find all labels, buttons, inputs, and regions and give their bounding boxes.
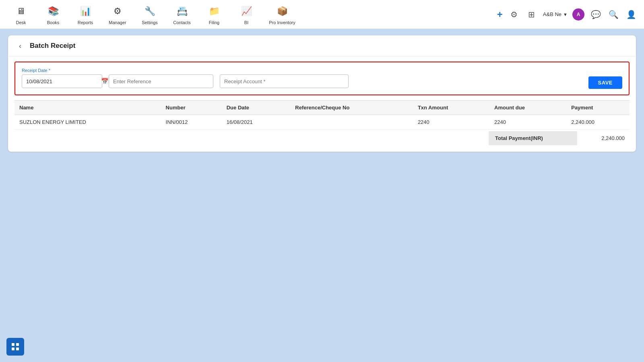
table-area: Name Number Due Date Reference/Cheque No… bbox=[8, 100, 636, 152]
total-value: 2,240.000 bbox=[577, 131, 630, 145]
receipt-account-input[interactable] bbox=[220, 74, 349, 88]
search-icon[interactable]: 🔍 bbox=[607, 8, 620, 21]
svg-rect-0 bbox=[12, 343, 14, 346]
svg-rect-1 bbox=[16, 343, 19, 346]
avatar[interactable]: A bbox=[572, 8, 584, 21]
col-ref-cheque: Reference/Cheque No bbox=[290, 101, 413, 115]
svg-rect-2 bbox=[12, 348, 14, 350]
user-profile-icon[interactable]: 👤 bbox=[625, 8, 638, 21]
nav-manager-label: Manager bbox=[109, 20, 126, 25]
nav-contacts-label: Contacts bbox=[173, 20, 190, 25]
nav-contacts[interactable]: 📇 Contacts bbox=[167, 2, 196, 27]
nav-reports[interactable]: 📊 Reports bbox=[71, 2, 100, 27]
nav-pro-inventory[interactable]: 📦 Pro Inventory bbox=[264, 2, 300, 27]
company-name: A&B Ne bbox=[543, 11, 561, 17]
books-icon: 📚 bbox=[46, 4, 60, 19]
nav-bi[interactable]: 📈 BI bbox=[232, 2, 261, 27]
company-selector[interactable]: A&B Ne ▼ bbox=[543, 11, 568, 17]
notification-icon[interactable]: 💬 bbox=[589, 8, 602, 21]
account-label: ‎ bbox=[220, 68, 349, 73]
save-button[interactable]: SAVE bbox=[588, 76, 622, 89]
nav-books[interactable]: 📚 Books bbox=[39, 2, 68, 27]
svg-rect-3 bbox=[16, 348, 19, 350]
nav-reports-label: Reports bbox=[78, 20, 93, 25]
batch-receipt-card: ‹ Batch Receipt Receipt Date * 📅 ‎ bbox=[8, 35, 636, 152]
nav-filing[interactable]: 📁 Filing bbox=[200, 2, 229, 27]
add-icon[interactable]: + bbox=[497, 9, 503, 20]
grid-apps-icon[interactable]: ⊞ bbox=[525, 8, 538, 21]
bi-icon: 📈 bbox=[239, 4, 254, 19]
manager-icon: ⚙ bbox=[110, 4, 125, 19]
pro-inventory-icon: 📦 bbox=[275, 4, 289, 19]
cell-txn-amount: 2240 bbox=[413, 115, 489, 130]
receipt-date-group: Receipt Date * 📅 bbox=[22, 68, 102, 88]
contacts-icon: 📇 bbox=[175, 4, 189, 19]
desk-icon: 🖥 bbox=[14, 4, 28, 19]
company-dropdown-icon: ▼ bbox=[563, 12, 568, 17]
back-button[interactable]: ‹ bbox=[14, 40, 26, 51]
top-nav: 🖥 Desk 📚 Books 📊 Reports ⚙ Manager 🔧 Set… bbox=[0, 0, 644, 29]
total-label: Total Payment(INR) bbox=[489, 131, 577, 145]
nav-manager[interactable]: ⚙ Manager bbox=[103, 2, 132, 27]
col-txn-amount: Txn Amount bbox=[413, 101, 489, 115]
nav-desk[interactable]: 🖥 Desk bbox=[6, 2, 35, 27]
table-header-row: Name Number Due Date Reference/Cheque No… bbox=[14, 101, 630, 115]
page-title: Batch Receipt bbox=[30, 42, 75, 50]
page-header: ‹ Batch Receipt bbox=[8, 35, 636, 57]
nav-settings[interactable]: 🔧 Settings bbox=[135, 2, 164, 27]
cell-number: INN/0012 bbox=[161, 115, 222, 130]
receipt-date-label: Receipt Date * bbox=[22, 68, 102, 73]
cell-amount-due: 2240 bbox=[489, 115, 566, 130]
cell-ref-cheque bbox=[290, 115, 413, 130]
settings-icon: 🔧 bbox=[142, 4, 157, 19]
col-number: Number bbox=[161, 101, 222, 115]
col-amount-due: Amount due bbox=[489, 101, 566, 115]
nav-desk-label: Desk bbox=[16, 20, 26, 25]
filing-icon: 📁 bbox=[207, 4, 221, 19]
form-area: Receipt Date * 📅 ‎ ‎ SAVE bbox=[14, 62, 630, 95]
col-due-date: Due Date bbox=[222, 101, 291, 115]
reference-input[interactable] bbox=[109, 74, 213, 88]
nav-pro-inventory-label: Pro Inventory bbox=[269, 20, 295, 25]
nav-settings-label: Settings bbox=[142, 20, 158, 25]
main-content: ‹ Batch Receipt Receipt Date * 📅 ‎ bbox=[0, 29, 644, 158]
total-row: Total Payment(INR) 2,240.000 bbox=[14, 131, 630, 145]
table-row: SUZLON ENERGY LIMITED INN/0012 16/08/202… bbox=[14, 115, 630, 130]
cell-payment: 2,240.000 bbox=[566, 115, 630, 130]
receipt-date-input[interactable] bbox=[22, 76, 98, 87]
nav-bi-label: BI bbox=[244, 20, 248, 25]
transactions-table: Name Number Due Date Reference/Cheque No… bbox=[14, 100, 630, 130]
col-payment: Payment bbox=[566, 101, 630, 115]
bottom-grid-button[interactable] bbox=[6, 338, 24, 356]
reports-icon: 📊 bbox=[78, 4, 93, 19]
reference-label: ‎ bbox=[109, 68, 213, 73]
nav-filing-label: Filing bbox=[209, 20, 219, 25]
settings-gear-icon[interactable]: ⚙ bbox=[508, 8, 520, 21]
account-group: ‎ bbox=[220, 68, 349, 88]
cell-due-date: 16/08/2021 bbox=[222, 115, 291, 130]
receipt-date-wrapper: 📅 bbox=[22, 74, 102, 88]
cell-name: SUZLON ENERGY LIMITED bbox=[14, 115, 161, 130]
nav-books-label: Books bbox=[47, 20, 60, 25]
nav-right: + ⚙ ⊞ A&B Ne ▼ A 💬 🔍 👤 bbox=[497, 8, 638, 21]
reference-group: ‎ bbox=[109, 68, 213, 88]
form-row: Receipt Date * 📅 ‎ ‎ bbox=[22, 68, 622, 88]
col-name: Name bbox=[14, 101, 161, 115]
